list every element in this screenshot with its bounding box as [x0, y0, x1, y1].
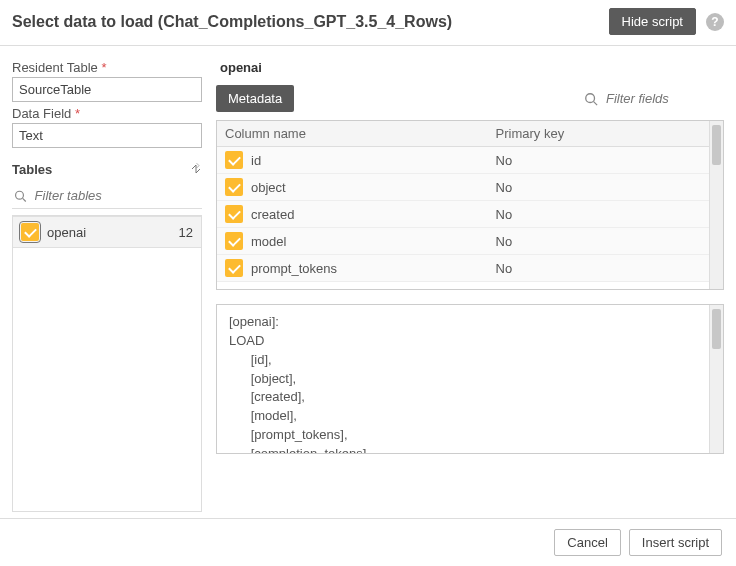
select-data-dialog: Select data to load (Chat_Completions_GP…	[0, 0, 736, 566]
filter-fields-input[interactable]	[604, 90, 724, 107]
svg-line-3	[594, 101, 598, 105]
filter-fields-search[interactable]	[584, 90, 724, 107]
svg-point-2	[586, 93, 595, 102]
script-text: [openai]: LOAD [id], [object], [created]…	[217, 305, 709, 453]
collapse-icon[interactable]	[190, 163, 202, 177]
column-pk: No	[488, 228, 709, 255]
tables-list: openai 12	[12, 215, 202, 512]
table-item-name: openai	[47, 225, 179, 240]
column-pk: No	[488, 147, 709, 174]
table-row[interactable]: prompt_tokensNo	[217, 255, 709, 282]
filter-tables-input[interactable]	[33, 187, 200, 204]
script-preview: [openai]: LOAD [id], [object], [created]…	[216, 304, 724, 454]
dialog-title: Select data to load (Chat_Completions_GP…	[12, 13, 609, 31]
tables-section-header: Tables	[12, 162, 202, 177]
table-row[interactable]: objectNo	[217, 174, 709, 201]
checkbox-icon[interactable]	[225, 151, 243, 169]
columns-grid: Column name Primary key idNoobjectNocrea…	[216, 120, 724, 290]
insert-script-button[interactable]: Insert script	[629, 529, 722, 556]
column-name: id	[251, 153, 261, 168]
table-row[interactable]: idNo	[217, 147, 709, 174]
checkbox-icon[interactable]	[225, 259, 243, 277]
cancel-button[interactable]: Cancel	[554, 529, 620, 556]
columns-scrollbar[interactable]	[709, 121, 723, 289]
checkbox-icon[interactable]	[21, 223, 39, 241]
help-icon[interactable]: ?	[706, 13, 724, 31]
table-item-openai[interactable]: openai 12	[13, 216, 201, 248]
checkbox-icon[interactable]	[225, 178, 243, 196]
dialog-footer: Cancel Insert script	[0, 518, 736, 566]
column-name: object	[251, 180, 286, 195]
search-icon	[584, 92, 598, 106]
left-panel: Resident Table * Data Field * Tables	[12, 56, 202, 512]
dialog-body: Resident Table * Data Field * Tables	[0, 46, 736, 518]
col-header-pk[interactable]: Primary key	[488, 121, 709, 147]
checkbox-icon[interactable]	[225, 232, 243, 250]
search-icon	[14, 189, 27, 203]
column-name: created	[251, 207, 294, 222]
col-header-name[interactable]: Column name	[217, 121, 488, 147]
resident-table-input[interactable]	[12, 77, 202, 102]
table-row[interactable]: createdNo	[217, 201, 709, 228]
column-pk: No	[488, 174, 709, 201]
table-row[interactable]: modelNo	[217, 228, 709, 255]
table-item-count: 12	[179, 225, 193, 240]
column-name: prompt_tokens	[251, 261, 337, 276]
data-field-input[interactable]	[12, 123, 202, 148]
svg-line-1	[23, 198, 26, 201]
metadata-button[interactable]: Metadata	[216, 85, 294, 112]
hide-script-button[interactable]: Hide script	[609, 8, 696, 35]
right-toolbar: Metadata	[216, 85, 724, 112]
right-panel: openai Metadata Column name Primary key	[216, 56, 724, 512]
column-name: model	[251, 234, 286, 249]
dialog-header: Select data to load (Chat_Completions_GP…	[0, 0, 736, 46]
selected-table-title: openai	[220, 60, 724, 75]
checkbox-icon[interactable]	[225, 205, 243, 223]
column-pk: No	[488, 201, 709, 228]
data-field-label: Data Field *	[12, 106, 202, 121]
resident-table-label: Resident Table *	[12, 60, 202, 75]
column-pk: No	[488, 255, 709, 282]
svg-point-0	[16, 191, 24, 199]
script-scrollbar[interactable]	[709, 305, 723, 453]
filter-tables-search[interactable]	[12, 183, 202, 209]
